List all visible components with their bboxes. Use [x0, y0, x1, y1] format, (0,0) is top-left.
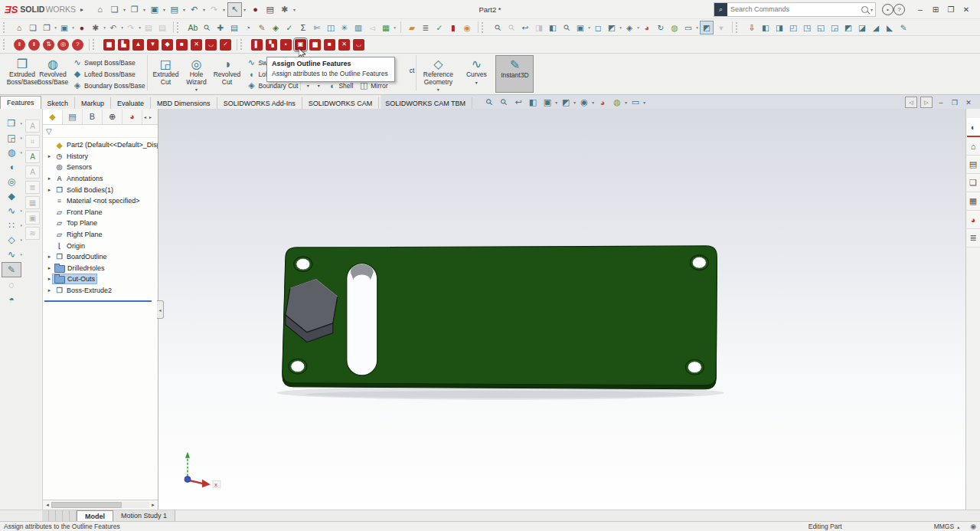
- tab-scroll-buttons[interactable]: [42, 510, 77, 521]
- section-view-icon[interactable]: ◧: [527, 97, 539, 108]
- sketch-view-icon[interactable]: ✎: [897, 21, 910, 34]
- tree-item-right-plane[interactable]: ▱ Right Plane: [43, 229, 158, 241]
- geometry-check-icon[interactable]: ✓: [433, 21, 446, 34]
- pattern-dropdown[interactable]: ▾: [313, 83, 324, 88]
- extruded-boss-icon[interactable]: ❒: [2, 116, 21, 130]
- tree-item-boardoutline[interactable]: ❒ BoardOutline: [43, 251, 158, 263]
- options-icon[interactable]: ✱: [90, 21, 102, 34]
- expand-arrow-icon[interactable]: [46, 187, 53, 193]
- wireframe-icon[interactable]: ◻: [592, 21, 604, 34]
- zoom-fit-icon[interactable]: ⚲: [492, 21, 504, 34]
- display-style-icon[interactable]: ◩: [560, 97, 572, 108]
- back-view-icon[interactable]: ◨: [773, 21, 786, 34]
- feature-tool-6-icon[interactable]: ■: [324, 39, 335, 51]
- home-icon[interactable]: ⌂: [93, 3, 106, 16]
- view-settings-icon[interactable]: ▭: [629, 97, 642, 108]
- dome-icon[interactable]: ◓: [2, 293, 21, 306]
- design-library-tab[interactable]: ▤: [967, 156, 980, 174]
- tree-item-boss-extrude2[interactable]: ❒ Boss-Extrude2: [43, 285, 158, 297]
- toolbar-grip[interactable]: [3, 39, 8, 50]
- previous-view-icon[interactable]: ↩: [512, 97, 524, 108]
- outline-tool-3-icon[interactable]: ▲: [132, 39, 144, 51]
- export-table-icon[interactable]: ▦: [380, 21, 392, 34]
- curves-icon[interactable]: ∿: [2, 247, 21, 261]
- freeze-icon[interactable]: ✳: [338, 21, 351, 34]
- panel-splitter-handle[interactable]: [157, 300, 164, 319]
- toolbar-grip[interactable]: [240, 39, 245, 50]
- toolbar-grip[interactable]: [482, 22, 486, 33]
- tree-item-sensors[interactable]: ◎ Sensors: [43, 162, 158, 173]
- outline-tool-8-icon[interactable]: ◡: [205, 39, 217, 51]
- properties-icon[interactable]: ●: [76, 21, 88, 34]
- tree-item-top-plane[interactable]: ▱ Top Plane: [43, 218, 158, 229]
- feature-tool-2-icon[interactable]: ▚: [266, 39, 277, 51]
- design-check-icon[interactable]: ◈: [270, 21, 282, 34]
- tree-item-material[interactable]: ≡ Material <not specified>: [43, 195, 158, 207]
- redo-icon[interactable]: ↷: [207, 3, 220, 16]
- feature-tool-1-icon[interactable]: ▌: [251, 39, 263, 51]
- apply-scene-icon[interactable]: ◍: [668, 21, 681, 34]
- outline-tool-1-icon[interactable]: ▆: [103, 39, 115, 51]
- spell-checker-icon[interactable]: Ab: [187, 21, 199, 34]
- apply-scene-icon[interactable]: ◍: [611, 97, 623, 108]
- reference-geometry-icon[interactable]: ◇: [2, 233, 21, 247]
- tab-solidworks-cam-tbm[interactable]: SOLIDWORKS CAM TBM: [379, 97, 472, 109]
- scroll-right-icon[interactable]: [150, 502, 156, 508]
- format-painter-icon[interactable]: A: [25, 120, 40, 133]
- redo-icon[interactable]: ↷: [125, 21, 137, 34]
- tab-solidworks-add-ins[interactable]: SOLIDWORKS Add-Ins: [217, 97, 302, 109]
- previous-view-icon[interactable]: ↩: [519, 21, 531, 34]
- outline-tool-7-icon[interactable]: ✕: [191, 39, 202, 51]
- lofted-boss-base-button[interactable]: ◆Lofted Boss/Base: [73, 68, 136, 80]
- expand-arrow-icon[interactable]: [46, 265, 53, 271]
- instant3d-button[interactable]: ✎ Instant3D: [495, 55, 534, 93]
- left-view-icon[interactable]: ◰: [787, 21, 799, 34]
- revolved-cut-button[interactable]: ◑ Revolved Cut: [211, 55, 242, 86]
- filter-icon[interactable]: [46, 127, 52, 136]
- print-icon[interactable]: ▤: [168, 3, 181, 16]
- outline-tool-9-icon[interactable]: ✓: [220, 39, 231, 51]
- threedexperience-tab[interactable]: ◐: [967, 118, 980, 137]
- right-view-icon[interactable]: ◳: [801, 21, 813, 34]
- tab-features[interactable]: Features: [0, 96, 41, 109]
- feature-tool-8-icon[interactable]: ◡: [353, 39, 364, 51]
- balloon-icon[interactable]: A: [25, 166, 40, 179]
- board-tool-help-icon[interactable]: ?: [72, 39, 83, 51]
- board-tool-pause-icon[interactable]: ‖: [14, 39, 25, 51]
- costing-icon[interactable]: ◉: [461, 21, 473, 34]
- menu-expand-icon[interactable]: [80, 6, 83, 13]
- feature-tool-7-icon[interactable]: ✕: [338, 39, 350, 51]
- datum-icon[interactable]: ▦: [25, 196, 40, 209]
- search-scope-icon[interactable]: ⌕: [714, 3, 727, 16]
- dimetric-view-icon[interactable]: ◢: [870, 21, 882, 34]
- extruded-boss-base-button[interactable]: ❒ Extruded Boss/Base: [7, 55, 38, 86]
- previous-icon[interactable]: ◅: [366, 21, 378, 34]
- restore-document-button[interactable]: ❐: [949, 97, 960, 107]
- surface-finish-icon[interactable]: ≋: [25, 227, 40, 240]
- extruded-cut-button[interactable]: ◲ Extruded Cut: [150, 55, 181, 86]
- outline-tool-2-icon[interactable]: ▙: [118, 39, 129, 51]
- tree-item-history[interactable]: ◷ History: [43, 151, 158, 162]
- part-review-icon[interactable]: ●: [249, 3, 262, 16]
- dimxpertmanager-tab[interactable]: ⊕: [103, 110, 122, 124]
- revolved-boss-icon[interactable]: ◍: [2, 146, 21, 159]
- expand-arrow-icon[interactable]: [46, 175, 53, 182]
- reference-geometry-button[interactable]: ◇ Reference Geometry: [419, 55, 457, 92]
- tree-filter-row[interactable]: [43, 125, 158, 138]
- expand-arrow-icon[interactable]: [46, 287, 53, 293]
- linear-pattern-icon[interactable]: ∷: [2, 218, 21, 232]
- boundary-boss-base-button[interactable]: ◈Boundary Boss/Base: [73, 80, 145, 91]
- scrollbar-track[interactable]: [51, 502, 149, 508]
- edit-appearance-icon[interactable]: ◕: [596, 97, 609, 108]
- featuremanager-tab[interactable]: ◆: [43, 110, 63, 124]
- find-replace-icon[interactable]: ⚲: [201, 21, 213, 34]
- edit-appearance-icon[interactable]: ◕: [641, 21, 653, 34]
- tables-icon[interactable]: ≣: [25, 181, 40, 194]
- previous-window-icon[interactable]: ◁: [905, 97, 917, 108]
- scroll-left-icon[interactable]: [44, 502, 51, 508]
- appearances-tab[interactable]: ◕: [967, 211, 980, 229]
- tree-item-origin[interactable]: ⌊ Origin: [43, 240, 158, 251]
- close-button[interactable]: ✕: [959, 3, 974, 15]
- model-tab[interactable]: Model: [77, 510, 113, 521]
- outline-tool-4-icon[interactable]: ▼: [147, 39, 158, 51]
